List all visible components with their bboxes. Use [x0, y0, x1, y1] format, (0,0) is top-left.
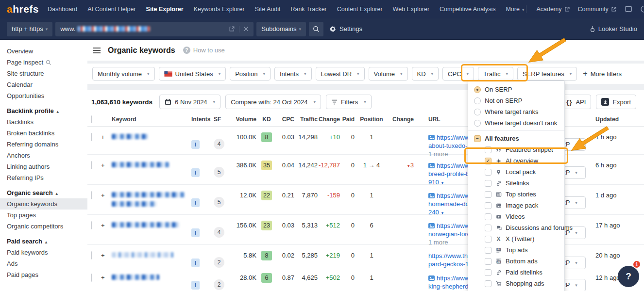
url-link[interactable]: https://wwwhomemade-do	[428, 192, 469, 208]
option-top-stories[interactable]: Top stories	[468, 189, 564, 200]
filters-button[interactable]: Filters▾	[326, 95, 372, 109]
expand-row-icon[interactable]: +	[101, 215, 112, 229]
row-checkbox[interactable]	[91, 274, 92, 282]
help-button[interactable]: ?	[618, 266, 639, 287]
menu-icon[interactable]	[92, 47, 101, 54]
option-local-pack[interactable]: Local pack	[468, 166, 564, 178]
sidebar-item-page-inspect[interactable]: Page inspect	[0, 57, 87, 68]
sidebar-section-paid-search[interactable]: Paid search▲	[0, 232, 87, 247]
keyword-cell[interactable]	[112, 267, 191, 281]
expand-row-icon[interactable]: +	[101, 185, 112, 199]
option-sitelinks[interactable]: Sitelinks	[468, 178, 564, 189]
option-x-twitter[interactable]: X X (Twitter)	[468, 233, 564, 244]
sidebar-item-anchors[interactable]: Anchors	[0, 150, 87, 161]
sidebar-item-organic-keywords[interactable]: Organic keywords	[0, 198, 87, 210]
date-picker-button[interactable]: 6 Nov 2024▾	[159, 95, 220, 109]
serp-features-count[interactable]: 2	[214, 257, 224, 268]
radio-selected[interactable]	[474, 86, 481, 93]
sidebar-item-site-structure[interactable]: Site structure	[0, 68, 87, 79]
col-volume[interactable]: Volume	[231, 113, 256, 123]
filter-monthly-volume[interactable]: Monthly volume▾	[92, 67, 155, 81]
nav-site-audit[interactable]: Site Audit	[255, 6, 281, 13]
option-all-features[interactable]: −All features	[468, 133, 564, 144]
sidebar-item-organic-competitors[interactable]: Organic competitors	[0, 221, 87, 232]
nav-competitive-analysis[interactable]: Competitive Analysis	[440, 6, 495, 13]
checkbox[interactable]	[485, 236, 491, 242]
open-in-new-tab-icon[interactable]	[229, 26, 235, 32]
looker-studio-link[interactable]: Looker Studio	[590, 25, 637, 32]
checkbox[interactable]	[485, 247, 491, 254]
row-checkbox[interactable]	[91, 161, 92, 169]
checkbox[interactable]	[485, 169, 491, 176]
filter-traffic[interactable]: Traffic▾	[478, 67, 513, 81]
row-checkbox[interactable]	[91, 191, 92, 199]
serp-features-count[interactable]: 4	[214, 227, 224, 238]
sidebar-item-paid-pages[interactable]: Paid pages	[0, 269, 87, 280]
expand-row-icon[interactable]: +	[101, 267, 112, 281]
nav-ai-content-helper[interactable]: AI Content Helper	[87, 6, 136, 13]
select-all-checkbox[interactable]	[91, 113, 101, 123]
filter-cpc[interactable]: CPC▾	[442, 67, 474, 81]
option-image-pack[interactable]: Image pack	[468, 200, 564, 211]
sidebar-item-paid-keywords[interactable]: Paid keywords	[0, 247, 87, 258]
nav-content-explorer[interactable]: Content Explorer	[337, 6, 383, 13]
protocol-select[interactable]: http + https▾	[7, 22, 52, 36]
expand-row-icon[interactable]: +	[101, 127, 112, 141]
filter-volume[interactable]: Volume▾	[369, 67, 408, 81]
checkbox[interactable]	[485, 258, 491, 265]
search-button[interactable]	[309, 22, 323, 36]
keyword-cell[interactable]	[112, 185, 191, 208]
url-link[interactable]: https://www.thpard-geckos-1	[428, 252, 469, 268]
radio[interactable]	[474, 109, 481, 115]
sidebar-section-backlink-profile[interactable]: Backlink profile▲	[0, 101, 87, 116]
row-checkbox[interactable]	[91, 251, 92, 259]
option-not-on-serp[interactable]: Not on SERP	[468, 95, 564, 106]
option-featured-snippet[interactable]: Featured snippet	[468, 144, 564, 155]
filter-position[interactable]: Position▾	[230, 67, 271, 81]
url-link[interactable]: https://wwwking-shepherd	[428, 275, 469, 290]
checkbox[interactable]	[485, 225, 491, 231]
checkbox-indeterminate[interactable]: −	[474, 135, 481, 142]
filter-kd[interactable]: KD▾	[412, 67, 439, 81]
option-where-target-ranks[interactable]: Where target ranks	[468, 106, 564, 117]
checkbox[interactable]	[485, 146, 491, 153]
compare-date-button[interactable]: Compare with: 24 Oct 2024▾	[225, 95, 321, 109]
radio[interactable]	[474, 97, 481, 104]
serp-features-count[interactable]: 5	[214, 197, 224, 208]
keyword-cell[interactable]	[112, 245, 191, 259]
option-shopping-ads[interactable]: Shopping ads	[468, 278, 564, 289]
keyword-cell[interactable]	[112, 155, 191, 169]
option-where-target-doesnt-rank[interactable]: Where target doesn't rank	[468, 117, 564, 129]
ahrefs-logo[interactable]: ahrefs	[7, 3, 39, 15]
serp-features-count[interactable]: 5	[214, 167, 224, 178]
col-keyword[interactable]: Keyword	[112, 113, 191, 123]
expand-row-icon[interactable]: +	[101, 245, 112, 259]
checkbox[interactable]	[485, 280, 491, 287]
sidebar-item-linking-authors[interactable]: Linking authors	[0, 161, 87, 172]
col-paid[interactable]: Paid	[340, 113, 355, 123]
url-link[interactable]: https://wwwbreed-profile-b	[428, 162, 470, 178]
url-link[interactable]: https://wwwnorwegian-fore	[428, 222, 471, 238]
sidebar-item-broken-backlinks[interactable]: Broken backlinks	[0, 128, 87, 139]
filter-intents[interactable]: Intents▾	[274, 67, 312, 81]
sidebar-item-overview[interactable]: Overview	[0, 46, 87, 57]
nav-web-explorer[interactable]: Web Explorer	[393, 6, 430, 13]
settings-button[interactable]: Settings	[329, 25, 362, 32]
sidebar-item-backlinks[interactable]: Backlinks	[0, 116, 87, 128]
filter-country[interactable]: United States▾	[159, 67, 226, 81]
checkbox[interactable]	[485, 202, 491, 209]
row-checkbox[interactable]	[91, 221, 92, 229]
export-button[interactable]: Export	[596, 95, 636, 109]
filter-lowest-dr[interactable]: Lowest DR▾	[316, 67, 365, 81]
expand-row-icon[interactable]: +	[101, 155, 112, 169]
option-discussions-and-forums[interactable]: Discussions and forums	[468, 222, 564, 233]
mode-select[interactable]: Subdomains▾	[256, 22, 306, 36]
col-change2[interactable]: Change	[389, 113, 414, 123]
checkbox[interactable]	[485, 180, 491, 187]
keyword-cell[interactable]	[112, 215, 191, 229]
row-checkbox[interactable]	[91, 133, 92, 141]
filter-serp-features[interactable]: SERP features▾	[517, 67, 577, 81]
app-window-icon[interactable]	[625, 5, 632, 13]
api-button[interactable]: {}API	[561, 95, 591, 109]
checkbox[interactable]	[485, 191, 491, 198]
